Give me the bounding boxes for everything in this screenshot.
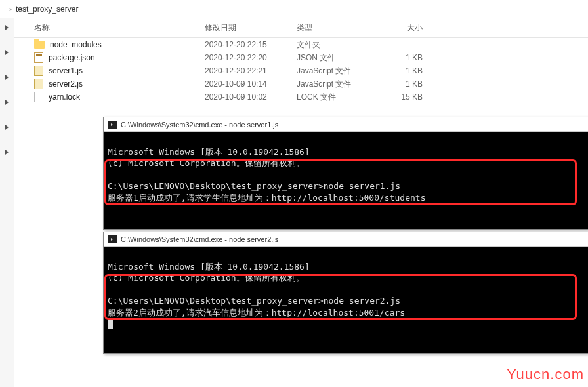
expand-triangle-icon[interactable] — [5, 25, 9, 30]
cmd-window-server1[interactable]: C:\Windows\System32\cmd.exe - node serve… — [103, 117, 588, 230]
file-name: server2.js — [49, 79, 83, 89]
cmd-body[interactable]: Microsoft Windows [版本 10.0.19042.1586] (… — [104, 132, 588, 229]
file-size: 1 KB — [375, 53, 428, 62]
main-area: 名称 修改日期 类型 大小 node_modules 2020-12-20 22… — [0, 18, 588, 387]
breadcrumb[interactable]: › test_proxy_server — [0, 0, 588, 18]
term-line: 服务器1启动成功了,请求学生信息地址为：http://localhost:500… — [108, 193, 425, 203]
file-date: 2020-10-09 10:02 — [205, 92, 297, 102]
folder-icon — [34, 41, 45, 49]
file-date: 2020-10-09 10:14 — [205, 79, 297, 89]
nav-sidebar — [0, 18, 14, 387]
cmd-title-text: C:\Windows\System32\cmd.exe - node serve… — [121, 235, 278, 243]
file-name: package.json — [49, 53, 95, 62]
cmd-window-server2[interactable]: C:\Windows\System32\cmd.exe - node serve… — [103, 232, 588, 354]
file-date: 2020-12-20 22:20 — [205, 53, 297, 62]
expand-triangle-icon[interactable] — [5, 125, 9, 130]
file-size: 1 KB — [375, 66, 428, 75]
cmd-titlebar[interactable]: C:\Windows\System32\cmd.exe - node serve… — [104, 117, 588, 132]
term-line: (c) Microsoft Corporation。保留所有权利。 — [108, 158, 304, 168]
expand-triangle-icon[interactable] — [5, 50, 9, 55]
file-type: JSON 文件 — [297, 52, 375, 64]
file-type: LOCK 文件 — [297, 92, 375, 103]
column-headers[interactable]: 名称 修改日期 类型 大小 — [14, 18, 588, 38]
file-list: 名称 修改日期 类型 大小 node_modules 2020-12-20 22… — [14, 18, 588, 104]
breadcrumb-folder[interactable]: test_proxy_server — [16, 5, 78, 14]
js-file-icon — [34, 79, 43, 89]
js-file-icon — [34, 66, 43, 76]
file-type: JavaScript 文件 — [297, 79, 375, 90]
file-size: 1 KB — [375, 79, 428, 89]
header-date[interactable]: 修改日期 — [205, 22, 297, 33]
header-size[interactable]: 大小 — [375, 22, 428, 33]
cmd-body[interactable]: Microsoft Windows [版本 10.0.19042.1586] (… — [104, 247, 588, 356]
term-line: Microsoft Windows [版本 10.0.19042.1586] — [108, 262, 310, 272]
lock-file-icon — [34, 92, 43, 102]
cmd-icon — [108, 235, 117, 243]
watermark: Yuucn.com — [507, 366, 584, 383]
cmd-icon — [108, 121, 117, 129]
file-size: 15 KB — [375, 92, 428, 102]
table-row[interactable]: yarn.lock 2020-10-09 10:02 LOCK 文件 15 KB — [14, 91, 588, 104]
term-line: C:\Users\LENOVO\Desktop\test_proxy_serve… — [108, 296, 400, 306]
header-name[interactable]: 名称 — [34, 22, 205, 33]
file-name: server1.js — [49, 66, 83, 75]
header-type[interactable]: 类型 — [297, 22, 375, 33]
term-line: Microsoft Windows [版本 10.0.19042.1586] — [108, 147, 310, 157]
file-type: 文件夹 — [297, 39, 375, 51]
term-line: 服务器2启动成功了,请求汽车信息地址为：http://localhost:500… — [108, 308, 405, 317]
file-date: 2020-12-20 22:15 — [205, 40, 297, 49]
cmd-title-text: C:\Windows\System32\cmd.exe - node serve… — [121, 121, 278, 129]
file-name: yarn.lock — [49, 92, 80, 102]
term-line: C:\Users\LENOVO\Desktop\test_proxy_serve… — [108, 181, 400, 191]
file-name: node_modules — [50, 40, 102, 49]
table-row[interactable]: node_modules 2020-12-20 22:15 文件夹 — [14, 38, 588, 51]
expand-triangle-icon[interactable] — [5, 100, 9, 105]
expand-triangle-icon[interactable] — [5, 75, 9, 80]
table-row[interactable]: server1.js 2020-12-20 22:21 JavaScript 文… — [14, 64, 588, 77]
json-file-icon — [34, 52, 43, 63]
expand-triangle-icon[interactable] — [5, 150, 9, 155]
file-date: 2020-12-20 22:21 — [205, 66, 297, 75]
file-type: JavaScript 文件 — [297, 66, 375, 77]
term-line: (c) Microsoft Corporation。保留所有权利。 — [108, 273, 304, 283]
content-pane: 名称 修改日期 类型 大小 node_modules 2020-12-20 22… — [14, 18, 588, 387]
cmd-titlebar[interactable]: C:\Windows\System32\cmd.exe - node serve… — [104, 232, 588, 247]
table-row[interactable]: package.json 2020-12-20 22:20 JSON 文件 1 … — [14, 51, 588, 64]
cursor-icon — [108, 319, 113, 329]
chevron-right-icon: › — [9, 5, 12, 14]
table-row[interactable]: server2.js 2020-10-09 10:14 JavaScript 文… — [14, 77, 588, 91]
